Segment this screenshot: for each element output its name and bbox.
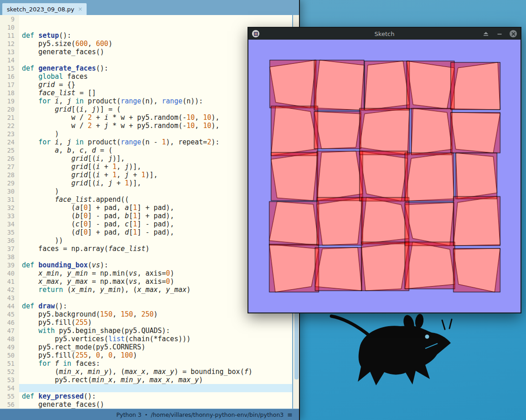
code-text: grid[(i, j + 1)], <box>15 179 141 187</box>
line-number: 21 <box>0 113 15 122</box>
code-text: with py5.begin_shape(py5.QUADS): <box>15 327 170 335</box>
line-number: 52 <box>0 368 15 376</box>
line-number: 16 <box>0 72 15 81</box>
status-separator: • <box>144 412 148 418</box>
code-text: py5.vertices(list(chain(*faces))) <box>15 335 191 343</box>
line-number: 14 <box>0 56 15 64</box>
line-number: 45 <box>0 310 15 318</box>
line-number: 13 <box>0 48 15 56</box>
code-text: face_list = [] <box>15 89 96 97</box>
status-menu-icon[interactable]: ≡ <box>287 411 293 418</box>
tab-close-icon[interactable]: × <box>78 6 83 12</box>
sketch-canvas[interactable] <box>248 40 521 312</box>
line-number: 38 <box>0 253 15 261</box>
code-text: py5.background(150, 150, 250) <box>15 310 158 318</box>
line-number: 15 <box>0 64 15 72</box>
code-text <box>15 294 22 302</box>
code-text: def draw(): <box>15 302 67 310</box>
code-text: grid[(i + 1, j + 1)], <box>15 171 158 179</box>
line-number: 33 <box>0 212 15 220</box>
code-text: for i, j in product(range(n), range(n)): <box>15 97 203 105</box>
shade-icon <box>483 31 489 36</box>
line-number: 41 <box>0 277 15 286</box>
code-text: (a[0] + pad, a[1] + pad), <box>15 204 174 212</box>
code-text: generate_faces() <box>15 48 104 56</box>
line-number: 19 <box>0 97 15 105</box>
line-number: 12 <box>0 40 15 48</box>
line-number: 11 <box>0 31 15 40</box>
code-text: (d[0] + pad, d[1] - pad), <box>15 228 174 236</box>
code-text: for i, j in product(range(n - 1), repeat… <box>15 138 220 146</box>
code-text: for f in faces: <box>15 359 100 368</box>
code-line: 51 for f in faces: <box>0 359 292 368</box>
code-line: 56 generate_faces() <box>0 400 292 409</box>
code-text: grid[(i, j)] = ( <box>15 105 121 113</box>
code-text: ) <box>15 187 59 195</box>
code-line: 55def key_pressed(): <box>0 392 292 400</box>
code-text <box>15 56 22 64</box>
code-text: w / 2 + j * w + py5.random(-10, 10), <box>15 122 220 130</box>
code-text: py5.fill(255) <box>15 318 92 327</box>
code-text: a, b, c, d = ( <box>15 146 113 154</box>
editor-tab-bar: sketch_2023_09_08.py × <box>0 0 299 15</box>
code-text: py5.rect(min_x, min_y, max_x, max_y) <box>15 376 203 384</box>
code-text: generate_faces() <box>15 400 104 409</box>
code-text: grid = {} <box>15 81 75 89</box>
line-number: 9 <box>0 15 15 23</box>
line-number: 39 <box>0 261 15 269</box>
line-number: 54 <box>0 384 15 392</box>
code-text: faces = np.array(face_list) <box>15 245 150 253</box>
line-number: 30 <box>0 187 15 195</box>
code-text: x_min, y_min = np.min(vs, axis=0) <box>15 269 174 277</box>
line-number: 48 <box>0 335 15 343</box>
line-number: 26 <box>0 154 15 163</box>
line-number: 23 <box>0 130 15 138</box>
code-text: (min_x, min_y), (max_x, max_y) = boundin… <box>15 368 253 376</box>
status-bar: Python 3 • /home/villares/thonny-python-… <box>0 409 299 420</box>
line-number: 22 <box>0 122 15 130</box>
line-number: 53 <box>0 376 15 384</box>
xfce-mouse-logo <box>315 303 465 394</box>
mouse-whiskers <box>442 319 452 329</box>
mouse-body <box>358 326 451 385</box>
line-number: 51 <box>0 359 15 368</box>
code-line: 54 <box>0 384 292 392</box>
code-text <box>15 253 22 261</box>
minimize-button[interactable] <box>496 30 503 37</box>
code-line: 49 py5.rect_mode(py5.CORNERS) <box>0 343 292 351</box>
line-number: 44 <box>0 302 15 310</box>
line-number: 34 <box>0 220 15 228</box>
line-number: 20 <box>0 105 15 113</box>
code-text: global faces <box>15 72 88 81</box>
code-text <box>15 15 22 23</box>
line-number: 49 <box>0 343 15 351</box>
code-text: grid[(i, j)], <box>15 154 125 163</box>
line-number: 28 <box>0 171 15 179</box>
code-line: 50 py5.fill(255, 0, 0, 100) <box>0 351 292 359</box>
code-text <box>15 384 22 392</box>
sketch-app-icon[interactable] <box>252 30 259 37</box>
code-text: def generate_faces(): <box>15 64 108 72</box>
code-text: w / 2 + i * w + py5.random(-10, 10), <box>15 113 220 122</box>
status-interpreter-path: /home/villares/thonny-python-env/bin/pyt… <box>151 411 284 418</box>
code-text: (b[0] - pad, b[1] + pad), <box>15 212 174 220</box>
line-number: 50 <box>0 351 15 359</box>
close-button[interactable] <box>510 30 517 37</box>
line-number: 43 <box>0 294 15 302</box>
close-icon <box>511 32 516 36</box>
code-text: )) <box>15 236 63 245</box>
line-number: 55 <box>0 392 15 400</box>
shade-button[interactable] <box>482 30 490 37</box>
code-text: (c[0] - pad, c[1] - pad), <box>15 220 174 228</box>
editor-tab[interactable]: sketch_2023_09_08.py × <box>2 3 87 15</box>
line-number: 32 <box>0 204 15 212</box>
sketch-titlebar[interactable]: Sketch <box>248 28 521 40</box>
line-number: 31 <box>0 195 15 204</box>
line-number: 40 <box>0 269 15 277</box>
code-text <box>15 23 22 31</box>
line-number: 42 <box>0 286 15 294</box>
code-text: def bounding_box(vs): <box>15 261 108 269</box>
line-number: 36 <box>0 236 15 245</box>
line-number: 56 <box>0 400 15 409</box>
code-line: 9 <box>0 15 292 23</box>
